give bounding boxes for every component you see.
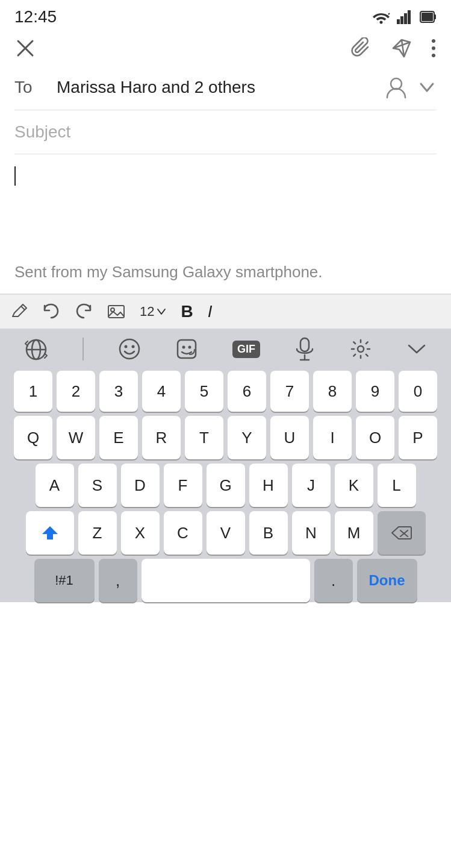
key-2[interactable]: 2 (57, 371, 95, 412)
space-key[interactable] (142, 559, 310, 602)
key-1[interactable]: 1 (14, 371, 52, 412)
key-a[interactable]: A (36, 464, 74, 507)
emoji-button[interactable] (118, 338, 141, 360)
symbol-key[interactable]: !#1 (34, 559, 95, 602)
svg-point-23 (182, 346, 185, 349)
keyboard-divider (82, 338, 84, 360)
svg-rect-6 (434, 14, 436, 19)
italic-button[interactable]: I (208, 302, 213, 321)
key-w[interactable]: W (57, 416, 95, 459)
font-size-value: 12 (140, 304, 154, 319)
zxcv-row: Z X C V B N M (2, 511, 449, 555)
key-t[interactable]: T (185, 416, 223, 459)
done-key[interactable]: Done (357, 559, 417, 602)
svg-rect-2 (400, 16, 403, 24)
key-0[interactable]: 0 (399, 371, 437, 412)
key-8[interactable]: 8 (313, 371, 352, 412)
key-o[interactable]: O (356, 416, 394, 459)
signal-icon (397, 10, 414, 24)
key-s[interactable]: S (78, 464, 117, 507)
insert-image-button[interactable] (107, 303, 125, 320)
keyboard-collapse-button[interactable] (406, 341, 427, 357)
add-contact-icon[interactable] (386, 76, 406, 99)
mic-button[interactable] (294, 337, 315, 361)
backspace-key[interactable] (378, 511, 426, 555)
svg-point-12 (432, 54, 435, 57)
qwerty-row: Q W E R T Y U I O P (2, 416, 449, 459)
to-field[interactable]: Marissa Haro and 2 others (57, 78, 374, 97)
email-signature: Sent from my Samsung Galaxy smartphone. (14, 251, 437, 294)
key-z[interactable]: Z (78, 511, 117, 555)
key-u[interactable]: U (270, 416, 309, 459)
font-size-button[interactable]: 12 (140, 304, 166, 319)
subject-row[interactable]: Subject (14, 110, 437, 154)
key-7[interactable]: 7 (270, 371, 309, 412)
status-time: 12:45 (14, 7, 57, 27)
sticker-button[interactable] (175, 338, 198, 360)
key-d[interactable]: D (121, 464, 160, 507)
key-3[interactable]: 3 (99, 371, 138, 412)
bold-button[interactable]: B (181, 302, 193, 321)
key-j[interactable]: J (292, 464, 331, 507)
key-b[interactable]: B (249, 511, 288, 555)
wifi-icon (372, 10, 391, 24)
svg-point-19 (120, 339, 139, 359)
svg-rect-22 (178, 340, 196, 358)
status-bar: 12:45 (0, 0, 451, 31)
expand-icon[interactable] (417, 78, 437, 97)
key-l[interactable]: L (378, 464, 416, 507)
key-n[interactable]: N (292, 511, 331, 555)
keyboard: 1 2 3 4 5 6 7 8 9 0 Q W E R T Y U I O P … (0, 367, 451, 602)
key-r[interactable]: R (142, 416, 181, 459)
text-cursor (14, 166, 16, 186)
key-k[interactable]: K (335, 464, 373, 507)
svg-point-13 (391, 78, 402, 89)
keyboard-top-row: GIF (0, 329, 451, 367)
key-g[interactable]: G (207, 464, 245, 507)
pencil-button[interactable] (11, 303, 28, 320)
key-i[interactable]: I (313, 416, 352, 459)
key-f[interactable]: F (164, 464, 202, 507)
svg-point-0 (380, 21, 383, 24)
redo-button[interactable] (75, 303, 93, 320)
status-icons (372, 10, 437, 24)
key-4[interactable]: 4 (142, 371, 181, 412)
attach-button[interactable] (351, 37, 373, 59)
key-p[interactable]: P (399, 416, 437, 459)
to-row: To Marissa Haro and 2 others (14, 65, 437, 110)
key-e[interactable]: E (99, 416, 138, 459)
svg-rect-15 (108, 306, 124, 318)
to-icons (386, 76, 437, 99)
key-y[interactable]: Y (228, 416, 266, 459)
svg-rect-4 (408, 10, 411, 24)
svg-point-24 (188, 346, 191, 349)
gif-button[interactable]: GIF (232, 341, 260, 358)
key-h[interactable]: H (249, 464, 288, 507)
key-v[interactable]: V (207, 511, 245, 555)
period-key[interactable]: . (314, 559, 353, 602)
svg-rect-25 (300, 338, 309, 351)
key-x[interactable]: X (121, 511, 160, 555)
svg-rect-3 (404, 13, 407, 24)
body-area[interactable] (14, 154, 437, 251)
compose-area: To Marissa Haro and 2 others Subject Sen… (0, 65, 451, 294)
key-5[interactable]: 5 (185, 371, 223, 412)
key-q[interactable]: Q (14, 416, 52, 459)
more-button[interactable] (431, 37, 437, 59)
subject-placeholder: Subject (14, 122, 70, 141)
battery-icon (420, 10, 437, 24)
key-6[interactable]: 6 (228, 371, 266, 412)
keyboard-settings-button[interactable] (349, 338, 372, 360)
translate-button[interactable] (24, 338, 48, 360)
close-button[interactable] (14, 37, 36, 59)
key-m[interactable]: M (335, 511, 373, 555)
toolbar-actions (351, 37, 437, 59)
shift-key[interactable] (26, 511, 74, 555)
key-c[interactable]: C (164, 511, 202, 555)
comma-key[interactable]: , (99, 559, 137, 602)
send-button[interactable] (391, 37, 412, 59)
svg-point-16 (111, 308, 114, 312)
bottom-row: !#1 , . Done (2, 559, 449, 602)
undo-button[interactable] (42, 303, 60, 320)
key-9[interactable]: 9 (356, 371, 394, 412)
